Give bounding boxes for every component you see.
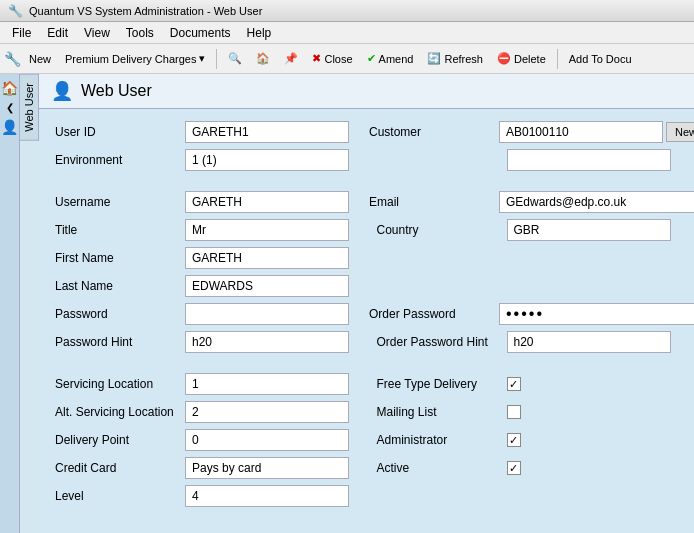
password-hint-label: Password Hint — [55, 335, 185, 349]
active-checkbox[interactable] — [507, 461, 521, 475]
administrator-checkbox[interactable] — [507, 433, 521, 447]
row-title-country: Title Country — [55, 219, 678, 241]
delivery-point-input[interactable] — [185, 429, 349, 451]
firstname-section: First Name — [55, 247, 367, 269]
environment-input[interactable] — [185, 149, 349, 171]
row-userid-customer: User ID Customer New — [55, 121, 678, 143]
email-section: Email — [359, 191, 694, 213]
home-button[interactable]: 🏠 — [250, 50, 276, 67]
free-type-delivery-checkbox[interactable] — [507, 377, 521, 391]
delivery-point-section: Delivery Point — [55, 429, 367, 451]
level-section: Level — [55, 485, 367, 507]
add-label: Add To Docu — [569, 53, 632, 65]
credit-card-label: Credit Card — [55, 461, 185, 475]
menu-help[interactable]: Help — [239, 24, 280, 42]
first-name-input[interactable] — [185, 247, 349, 269]
amend-icon: ✔ — [367, 52, 376, 65]
row-password: Password Order Password — [55, 303, 678, 325]
search-icon: 🔍 — [228, 52, 242, 65]
menu-file[interactable]: File — [4, 24, 39, 42]
order-password-label: Order Password — [369, 307, 499, 321]
active-label: Active — [377, 461, 507, 475]
menu-view[interactable]: View — [76, 24, 118, 42]
last-name-label: Last Name — [55, 279, 185, 293]
user-id-input[interactable] — [185, 121, 349, 143]
nav-home-icon[interactable]: 🏠 — [0, 76, 20, 100]
environment-right — [367, 149, 679, 171]
nav-chevron-icon[interactable]: ❮ — [4, 100, 16, 115]
search-button[interactable]: 🔍 — [222, 50, 248, 67]
menu-tools[interactable]: Tools — [118, 24, 162, 42]
close-button[interactable]: ✖ Close — [306, 50, 358, 67]
password-input[interactable] — [185, 303, 349, 325]
wrench-icon: 🔧 — [4, 51, 21, 67]
alt-servicing-section: Alt. Servicing Location — [55, 401, 367, 423]
customer-group: New — [499, 121, 694, 143]
add-to-doc-button[interactable]: Add To Docu — [563, 51, 638, 67]
left-nav: 🏠 ❮ 👤 — [0, 74, 20, 533]
menu-edit[interactable]: Edit — [39, 24, 76, 42]
servicing-location-label: Servicing Location — [55, 377, 185, 391]
refresh-button[interactable]: 🔄 Refresh — [421, 50, 489, 67]
userid-section: User ID — [55, 121, 359, 143]
lastname-right-empty — [367, 275, 679, 297]
title-section: Title — [55, 219, 367, 241]
form-area: User ID Customer New Environment — [39, 109, 694, 525]
side-tab-web-user[interactable]: Web User — [20, 74, 39, 141]
active-section: Active — [367, 457, 679, 479]
mailing-list-checkbox[interactable] — [507, 405, 521, 419]
left-panel: 🏠 ❮ 👤 Web User — [0, 74, 39, 533]
administrator-section: Administrator — [367, 429, 679, 451]
spacer-2 — [55, 359, 678, 373]
window-title: Quantum VS System Administration - Web U… — [29, 5, 262, 17]
new-button[interactable]: New — [23, 51, 57, 67]
last-name-input[interactable] — [185, 275, 349, 297]
email-input[interactable] — [499, 191, 694, 213]
delete-label: Delete — [514, 53, 546, 65]
amend-button[interactable]: ✔ Amend — [361, 50, 420, 67]
order-password-hint-label: Order Password Hint — [377, 335, 507, 349]
menu-documents[interactable]: Documents — [162, 24, 239, 42]
toolbar: 🔧 New Premium Delivery Charges ▾ 🔍 🏠 📌 ✖… — [0, 44, 694, 74]
toolbar-sep-2 — [557, 49, 558, 69]
spacer-1 — [55, 177, 678, 191]
row-lastname: Last Name — [55, 275, 678, 297]
nav-person-icon[interactable]: 👤 — [0, 115, 20, 139]
mailing-list-section: Mailing List — [367, 401, 679, 423]
country-input[interactable] — [507, 219, 671, 241]
environment-right-input[interactable] — [507, 149, 671, 171]
servicing-location-input[interactable] — [185, 373, 349, 395]
new-label: New — [29, 53, 51, 65]
pin-button[interactable]: 📌 — [278, 50, 304, 67]
customer-input[interactable] — [499, 121, 663, 143]
alt-servicing-input[interactable] — [185, 401, 349, 423]
level-input[interactable] — [185, 485, 349, 507]
credit-card-input[interactable] — [185, 457, 349, 479]
amend-label: Amend — [379, 53, 414, 65]
customer-new-button[interactable]: New — [666, 122, 694, 142]
username-input[interactable] — [185, 191, 349, 213]
toolbar-sep-1 — [216, 49, 217, 69]
title-label: Title — [55, 223, 185, 237]
free-type-delivery-section: Free Type Delivery — [367, 373, 679, 395]
delete-icon: ⛔ — [497, 52, 511, 65]
level-right-empty — [367, 485, 679, 507]
order-password-input[interactable] — [499, 303, 694, 325]
username-label: Username — [55, 195, 185, 209]
premium-delivery-dropdown[interactable]: Premium Delivery Charges ▾ — [59, 50, 211, 67]
password-hint-input[interactable] — [185, 331, 349, 353]
password-section: Password — [55, 303, 359, 325]
menu-bar: File Edit View Tools Documents Help — [0, 22, 694, 44]
environment-section: Environment — [55, 149, 367, 171]
title-input[interactable] — [185, 219, 349, 241]
row-alt-servicing: Alt. Servicing Location Mailing List — [55, 401, 678, 423]
order-password-section: Order Password — [359, 303, 694, 325]
email-label: Email — [369, 195, 499, 209]
row-password-hint: Password Hint Order Password Hint — [55, 331, 678, 353]
username-section: Username — [55, 191, 359, 213]
order-password-hint-input[interactable] — [507, 331, 671, 353]
customer-label: Customer — [369, 125, 499, 139]
row-username-email: Username Email — [55, 191, 678, 213]
free-type-delivery-label: Free Type Delivery — [377, 377, 507, 391]
delete-button[interactable]: ⛔ Delete — [491, 50, 552, 67]
